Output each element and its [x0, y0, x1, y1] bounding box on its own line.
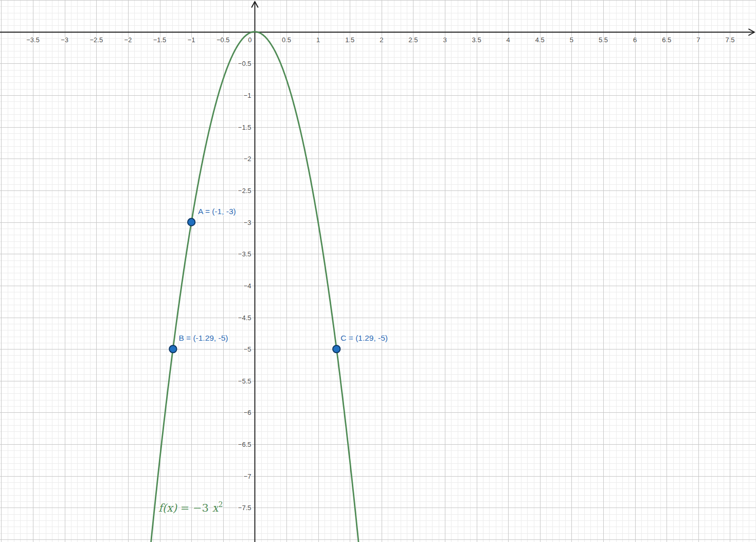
x-tick-label: −3	[61, 36, 68, 44]
x-tick-label: 7.5	[725, 36, 734, 44]
x-tick-label: 3	[443, 36, 446, 44]
x-tick-label: 4	[507, 36, 510, 44]
y-tick-label: −2.5	[238, 187, 251, 195]
x-tick-label: −1	[188, 36, 195, 44]
x-tick-label: 3.5	[472, 36, 481, 44]
major-grid	[0, 0, 756, 542]
graphing-canvas[interactable]: −3.5−3−2.5−2−1.5−1−0.500.511.522.533.544…	[0, 0, 756, 542]
x-tick-label: 2.5	[408, 36, 418, 44]
x-tick-label: −1.5	[153, 36, 167, 44]
function-label[interactable]: f(x) = −3 x2	[158, 500, 223, 514]
x-tick-label: 5	[570, 36, 573, 44]
y-tick-label: −0.5	[238, 60, 251, 67]
x-tick-label: 1.5	[345, 36, 354, 44]
y-tick-label: −3.5	[238, 250, 251, 258]
minor-grid	[0, 0, 756, 542]
y-tick-label: −2	[244, 155, 251, 163]
x-tick-label: −2.5	[89, 36, 103, 44]
y-tick-label: −7.5	[238, 504, 251, 512]
point-label-A[interactable]: A = (-1, -3)	[198, 207, 236, 216]
x-tick-label: 0	[248, 36, 251, 44]
point-label-B[interactable]: B = (-1.29, -5)	[178, 334, 228, 342]
x-tick-label: −2	[124, 36, 132, 44]
x-tick-label: −3.5	[26, 36, 40, 44]
point-A[interactable]	[188, 218, 195, 225]
y-tick-label: −4	[244, 282, 251, 290]
y-tick-label: −5.5	[238, 377, 251, 385]
y-tick-label: −1.5	[238, 124, 251, 131]
x-tick-label: 6.5	[662, 36, 671, 44]
x-tick-label: 4.5	[535, 36, 545, 44]
x-tick-label: 0.5	[282, 36, 291, 44]
y-tick-label: −7	[244, 473, 251, 480]
point-label-C[interactable]: C = (1.29, -5)	[340, 334, 388, 342]
y-tick-label: −6	[244, 409, 251, 416]
x-tick-label: 7	[696, 36, 700, 44]
x-tick-label: 1	[316, 36, 320, 44]
y-tick-label: −3	[244, 219, 251, 226]
y-tick-label: −1	[244, 92, 251, 99]
x-tick-label: 6	[633, 36, 637, 44]
function-plot-svg[interactable]: −3.5−3−2.5−2−1.5−1−0.500.511.522.533.544…	[0, 0, 756, 542]
point-B[interactable]	[169, 345, 176, 353]
x-tick-label: −0.5	[217, 36, 230, 44]
x-tick-label: 5.5	[599, 36, 608, 44]
x-tick-label: 2	[380, 36, 383, 44]
y-tick-label: −6.5	[238, 441, 251, 448]
point-C[interactable]	[333, 345, 340, 353]
tick-labels: −3.5−3−2.5−2−1.5−1−0.500.511.522.533.544…	[26, 36, 734, 512]
y-tick-label: −5	[244, 345, 251, 353]
y-tick-label: −4.5	[238, 314, 251, 322]
